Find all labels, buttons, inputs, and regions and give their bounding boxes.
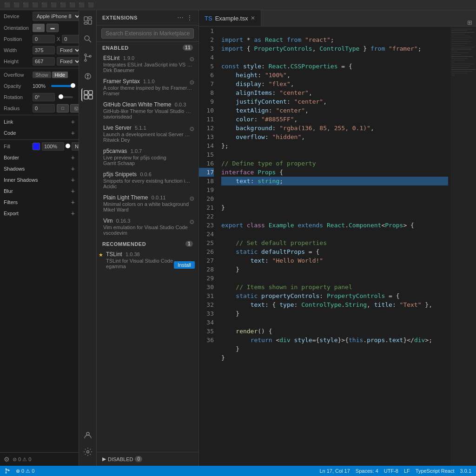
radius-input[interactable]: [33, 104, 55, 112]
shadows-section[interactable]: Shadows +: [0, 163, 79, 174]
status-git[interactable]: [5, 468, 10, 474]
status-language[interactable]: TypeScript React: [416, 468, 455, 474]
toolbar-icon-10[interactable]: ⬛: [87, 2, 94, 8]
inner-shadows-add-icon[interactable]: +: [71, 176, 75, 184]
toolbar-icon-4[interactable]: ⬛: [32, 2, 38, 8]
framer-syntax-gear-icon[interactable]: ⚙: [189, 79, 195, 86]
recommended-section-header[interactable]: RECOMMENDED 1: [97, 238, 198, 248]
orientation-portrait[interactable]: ▭: [33, 24, 45, 32]
code-content[interactable]: import * as React from "react"; import {…: [218, 26, 476, 466]
extensions-filter-icon[interactable]: ⋯: [177, 14, 184, 21]
activity-bar-bottom: [81, 429, 94, 462]
extension-item-vim[interactable]: Vim 0.16.3 Vim emulation for Visual Stud…: [97, 215, 198, 238]
fill-color-swatch[interactable]: [33, 143, 40, 150]
status-position[interactable]: Ln 17, Col 17: [319, 468, 350, 474]
activity-search-icon[interactable]: [81, 33, 94, 46]
extension-item-eslint[interactable]: ESLint 1.9.0 Integrates ESLint JavaScrip…: [97, 52, 198, 75]
toolbar-icon-9[interactable]: ⬛: [78, 2, 85, 8]
settings-gear-icon[interactable]: ⚙: [4, 456, 10, 463]
activity-explorer-icon[interactable]: [81, 14, 94, 27]
live-server-gear-icon[interactable]: ⚙: [189, 126, 195, 132]
blur-add-icon[interactable]: +: [71, 187, 75, 195]
height-input[interactable]: [33, 57, 55, 66]
position-y[interactable]: [62, 35, 79, 43]
border-add-icon[interactable]: +: [71, 154, 75, 161]
export-add-icon[interactable]: +: [71, 210, 75, 217]
extension-item-p5canvas[interactable]: p5canvas 1.0.7 Live preview for p5js cod…: [97, 145, 198, 168]
status-line-ending[interactable]: LF: [404, 468, 410, 474]
extension-item-tslint[interactable]: ★ TSLint 1.0.38 TSLint for Visual Studio…: [97, 248, 198, 271]
toolbar-icon-7[interactable]: ⬛: [60, 2, 66, 8]
opacity-slider[interactable]: [51, 85, 73, 87]
border-section[interactable]: Border +: [0, 152, 79, 163]
link-section[interactable]: Link +: [0, 116, 79, 127]
line-num-29: 29: [199, 274, 214, 283]
svg-rect-34: [451, 58, 468, 59]
activity-extensions-icon[interactable]: [81, 88, 94, 101]
activity-debug-icon[interactable]: [81, 70, 94, 83]
tslint-star-icon: ★: [99, 252, 103, 258]
device-select[interactable]: Apple iPhone 8: [33, 12, 79, 21]
extensions-more-icon[interactable]: ⋮: [186, 14, 193, 21]
activity-git-icon[interactable]: [81, 51, 94, 64]
overflow-hide[interactable]: Hide: [52, 72, 68, 78]
filters-add-icon[interactable]: +: [71, 198, 75, 206]
toolbar-icon-5[interactable]: ⬛: [41, 2, 47, 8]
export-section[interactable]: Export +: [0, 208, 79, 219]
enabled-section-header[interactable]: ENABLED 11: [97, 42, 198, 52]
toolbar-icon-8[interactable]: ⬛: [69, 2, 75, 8]
editor-split-icon[interactable]: ⊞: [467, 19, 472, 26]
extension-item-framer-syntax[interactable]: Framer Syntax 1.1.0 A color theme inspir…: [97, 75, 198, 99]
tslint-version: 1.0.38: [126, 251, 140, 257]
status-version[interactable]: 3.0.1: [460, 468, 471, 474]
tab-close-icon[interactable]: ✕: [251, 15, 255, 21]
plain-light-gear-icon[interactable]: ⚙: [189, 195, 195, 202]
activity-account-icon[interactable]: [81, 429, 94, 442]
rotation-input[interactable]: [33, 93, 55, 101]
p5canvas-desc: Live preview for p5js coding: [103, 155, 193, 160]
extension-item-p5snippets[interactable]: p5js Snippets 0.0.6 Snippets for every e…: [97, 168, 198, 192]
extension-item-live-server[interactable]: Live Server 5.1.1 Launch a development l…: [97, 122, 198, 145]
radius-uniform[interactable]: □: [57, 104, 69, 112]
code-section[interactable]: Code +: [0, 127, 79, 139]
status-encoding[interactable]: UTF-8: [384, 468, 398, 474]
activity-settings-icon[interactable]: [81, 445, 94, 458]
status-errors[interactable]: ⊗ 0 ⚠ 0: [16, 468, 34, 474]
error-indicator: ⊘ 0 ⚠ 0: [13, 456, 31, 463]
filters-section[interactable]: Filters +: [0, 197, 79, 208]
height-label: Height: [4, 59, 33, 64]
eslint-gear-icon[interactable]: ⚙: [189, 56, 195, 63]
fill-mode[interactable]: Normal: [72, 142, 79, 151]
overflow-show[interactable]: Show: [33, 72, 51, 78]
live-server-version: 5.1.1: [135, 125, 146, 131]
disabled-header[interactable]: ▶ DISABLED 0: [102, 454, 193, 464]
p5snippets-name: p5js Snippets: [103, 171, 137, 178]
vim-gear-icon[interactable]: ⚙: [189, 218, 195, 225]
p5snippets-name-row: p5js Snippets 0.0.6: [103, 171, 193, 178]
editor-tab-example[interactable]: TS Example.tsx ✕: [199, 10, 261, 26]
height-modifier[interactable]: Fixed: [57, 57, 79, 66]
toolbar-icon-6[interactable]: ⬛: [50, 2, 57, 8]
status-language-text: TypeScript React: [416, 468, 455, 474]
code-add-icon[interactable]: +: [71, 129, 75, 137]
rotation-label: Rotation: [4, 94, 33, 100]
extensions-search-input[interactable]: [101, 28, 194, 39]
inner-shadows-section[interactable]: Inner Shadows +: [0, 174, 79, 185]
shadows-add-icon[interactable]: +: [71, 165, 75, 172]
toolbar-icon-2[interactable]: ⬛: [13, 2, 20, 8]
orientation-landscape[interactable]: ▬: [46, 24, 59, 32]
toolbar-icon-3[interactable]: ⬛: [22, 2, 29, 8]
extension-item-github-clean[interactable]: GitHub Clean White Theme 0.0.3 GitHub-li…: [97, 99, 198, 122]
blur-section[interactable]: Blur +: [0, 185, 79, 197]
radius-individual[interactable]: ◱: [70, 104, 79, 112]
toolbar-icon-1[interactable]: ⬛: [4, 2, 10, 8]
fill-percent[interactable]: [42, 142, 64, 151]
width-modifier[interactable]: Fixed: [57, 46, 79, 54]
rotation-slider[interactable]: [59, 96, 73, 98]
status-spaces[interactable]: Spaces: 4: [356, 468, 378, 474]
width-input[interactable]: [33, 46, 55, 54]
extension-item-plain-light[interactable]: Plain Light Theme 0.0.11 Minimal colors …: [97, 192, 198, 215]
tslint-install-button[interactable]: Install: [174, 261, 195, 269]
position-x[interactable]: [33, 35, 55, 43]
link-add-icon[interactable]: +: [71, 118, 75, 126]
